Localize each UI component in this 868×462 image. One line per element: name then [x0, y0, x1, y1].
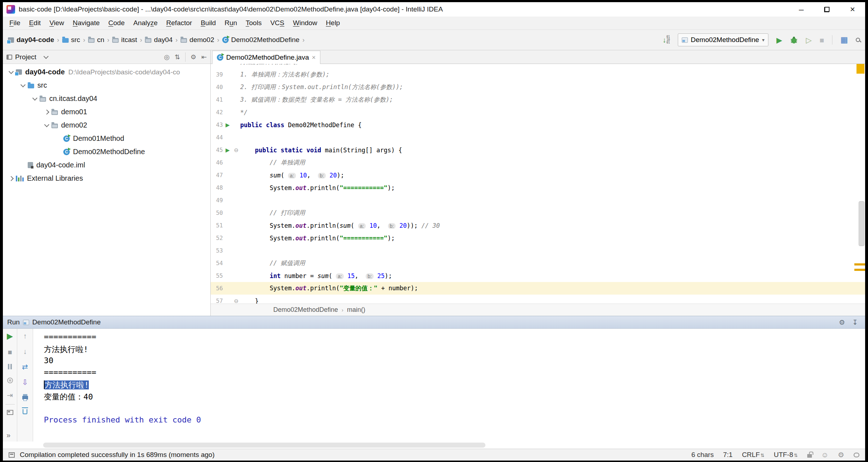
hector-inspector-icon[interactable]: ☺	[821, 451, 828, 459]
breadcrumb-item-day04-code[interactable]: day04-code	[8, 36, 54, 44]
inspections-gear-icon[interactable]: ⚙	[838, 451, 844, 459]
debug-button[interactable]	[790, 36, 798, 43]
collapse-all-icon[interactable]: ⇅	[175, 53, 180, 61]
code-line-57[interactable]: 57⊖ }	[211, 295, 865, 304]
breadcrumb-item-Demo02MethodDefine[interactable]: CDemo02MethodDefine	[222, 36, 300, 44]
more-options-chevrons[interactable]: »	[6, 431, 10, 439]
attach-debugger-icon[interactable]: ⇥	[7, 392, 13, 399]
tree-item-External Libraries[interactable]: External Libraries	[3, 172, 210, 185]
code-line-53[interactable]: 53	[211, 244, 865, 257]
down-stacktrace-icon[interactable]: ↓	[23, 348, 27, 355]
code-line-54[interactable]: 54 // 赋值调用	[211, 257, 865, 269]
breadcrumb-item-demo02[interactable]: demo02	[181, 36, 214, 44]
event-log-bubble-icon[interactable]	[854, 453, 859, 457]
scroll-to-end-icon[interactable]: ⇩	[22, 379, 28, 386]
clear-console-icon[interactable]	[23, 409, 27, 414]
tree-item-demo02[interactable]: demo02	[3, 119, 210, 132]
chevron-expanded-icon[interactable]	[20, 82, 26, 87]
menu-edit[interactable]: Edit	[25, 18, 45, 28]
restore-layout-icon[interactable]	[7, 410, 13, 415]
editor-scrollbar-thumb[interactable]	[859, 201, 864, 246]
chevron-collapsed-icon[interactable]	[9, 176, 14, 181]
tree-item-demo01[interactable]: demo01	[3, 105, 210, 119]
up-stacktrace-icon[interactable]: ↑	[23, 332, 27, 339]
menu-view[interactable]: View	[45, 18, 68, 28]
print-console-icon[interactable]	[22, 396, 28, 399]
code-line-40[interactable]: 402. 打印调用：System.out.println(方法名称(参数));	[211, 81, 865, 93]
menu-tools[interactable]: Tools	[241, 18, 266, 28]
stop-process-button[interactable]: ■	[8, 348, 12, 356]
pause-output-button[interactable]	[8, 364, 12, 369]
encoding-indicator[interactable]: UTF-8⇅	[774, 451, 798, 459]
dump-threads-camera-icon[interactable]	[7, 378, 13, 383]
code-line-47[interactable]: 47 sum( a: 10, b: 20);	[211, 169, 865, 181]
code-line-44[interactable]: 44	[211, 131, 865, 144]
code-line-51[interactable]: 51 System.out.println(sum( a: 10, b: 20)…	[211, 219, 865, 232]
chevron-expanded-icon[interactable]	[9, 69, 14, 74]
tab-close-icon[interactable]: ×	[312, 54, 316, 61]
bytecode-sort-icon[interactable]: ↓ 01 10 01	[662, 36, 670, 44]
code-line-46[interactable]: 46 // 单独调用	[211, 156, 865, 169]
caret-position[interactable]: 7:1	[723, 451, 732, 459]
run-panel-settings-gear-icon[interactable]: ⚙	[839, 318, 845, 327]
menu-build[interactable]: Build	[196, 18, 220, 28]
chevron-collapsed-icon[interactable]	[44, 109, 49, 114]
menu-help[interactable]: Help	[321, 18, 344, 28]
run-button[interactable]: ▶	[776, 36, 782, 44]
menu-analyze[interactable]: Analyze	[129, 18, 162, 28]
project-structure-icon[interactable]: ▦	[840, 36, 848, 44]
menu-vcs[interactable]: VCS	[266, 18, 289, 28]
restore-button[interactable]	[824, 7, 829, 12]
breadcrumb-class[interactable]: Demo02MethodDefine	[273, 306, 338, 314]
write-lock-icon[interactable]	[807, 454, 812, 458]
menu-refactor[interactable]: Refactor	[162, 18, 196, 28]
tree-item-Demo02MethodDefine[interactable]: CDemo02MethodDefine	[3, 145, 210, 158]
fold-marker-icon[interactable]: ⊖	[232, 147, 240, 153]
code-line-42[interactable]: 42*/	[211, 106, 865, 119]
code-line-43[interactable]: 43▶public class Demo02MethodDefine {	[211, 119, 865, 131]
breadcrumb-method[interactable]: main()	[347, 306, 365, 314]
line-separator-indicator[interactable]: CRLF⇅	[742, 451, 764, 459]
search-everywhere-icon[interactable]	[856, 38, 860, 42]
fold-marker-icon[interactable]: ⊖	[232, 298, 240, 304]
menu-window[interactable]: Window	[289, 18, 322, 28]
breadcrumb-item-cn[interactable]: cn	[88, 36, 104, 44]
stop-button[interactable]: ■	[820, 36, 824, 44]
run-panel-hide-icon[interactable]: ↧	[852, 318, 858, 327]
menu-run[interactable]: Run	[220, 18, 241, 28]
breadcrumb-item-day04[interactable]: day04	[145, 36, 173, 44]
console-scrollbar-thumb[interactable]	[43, 443, 485, 448]
code-line-49[interactable]: 49	[211, 194, 865, 207]
editor-tab-active[interactable]: C Demo02MethodDefine.java ×	[212, 51, 320, 64]
code-line-38[interactable]: 38方法的三种调用格式。	[211, 64, 865, 68]
run-line-icon[interactable]: ▶	[223, 147, 232, 153]
code-line-52[interactable]: 52 System.out.println("===========");	[211, 232, 865, 244]
code-line-41[interactable]: 413. 赋值调用：数据类型 变量名称 = 方法名称(参数);	[211, 93, 865, 106]
menu-code[interactable]: Code	[104, 18, 129, 28]
code-line-48[interactable]: 48 System.out.println("===========");	[211, 181, 865, 194]
minimize-button[interactable]: –	[799, 5, 804, 14]
panel-settings-gear-icon[interactable]: ⚙	[191, 53, 196, 61]
console-horizontal-scrollbar[interactable]	[3, 442, 865, 449]
soft-wrap-icon[interactable]: ⇄	[22, 363, 28, 370]
chevron-expanded-icon[interactable]	[32, 95, 37, 100]
code-editor[interactable]: 38方法的三种调用格式。391. 单独调用：方法名称(参数);402. 打印调用…	[211, 64, 865, 304]
run-configuration-select[interactable]: Demo02MethodDefine ▾	[678, 33, 768, 46]
project-view-chevron-icon[interactable]	[44, 54, 49, 59]
rerun-button[interactable]: ▶	[7, 332, 13, 340]
tree-item-src[interactable]: src	[3, 79, 210, 92]
console-output[interactable]: ===========方法执行啦!30===========方法执行啦!变量的值…	[33, 329, 865, 442]
menu-navigate[interactable]: Navigate	[68, 18, 104, 28]
run-with-coverage-button[interactable]: ▷	[806, 36, 812, 44]
code-line-56[interactable]: 56 System.out.println("变量的值：" + number);	[211, 282, 865, 295]
close-button[interactable]: ×	[850, 5, 855, 14]
tree-item-day04-code.iml[interactable]: day04-code.iml	[3, 158, 210, 172]
locate-file-icon[interactable]: ◎	[164, 53, 170, 61]
chevron-expanded-icon[interactable]	[44, 122, 49, 127]
run-line-icon[interactable]: ▶	[223, 122, 232, 128]
breadcrumb-item-itcast[interactable]: itcast	[112, 36, 137, 44]
tree-item-cn.itcast.day04[interactable]: cn.itcast.day04	[3, 92, 210, 105]
breadcrumb-item-src[interactable]: src	[62, 36, 80, 44]
hide-panel-icon[interactable]: ⇤	[201, 53, 207, 61]
tree-item-day04-code[interactable]: day04-codeD:\IdeaProjects\basic-code\day…	[3, 65, 210, 79]
